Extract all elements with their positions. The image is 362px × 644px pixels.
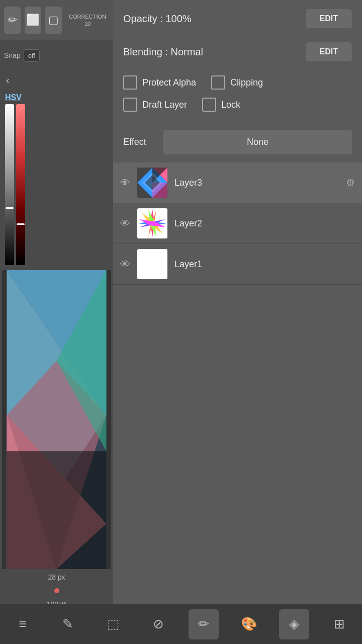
checkboxes-area: Protect Alpha Clipping Draft Layer Lock: [113, 70, 362, 125]
clipping-box[interactable]: [211, 75, 225, 90]
opacity-label: Opacity : 100%: [123, 13, 192, 25]
eye-icon-layer2[interactable]: 👁: [120, 218, 130, 229]
correction-box: CORRECTION 10: [66, 11, 109, 30]
gear-icon-layer3[interactable]: ⚙: [346, 177, 355, 189]
dot-indicator: [0, 583, 113, 598]
shape-tool-btn[interactable]: ▢: [45, 7, 62, 34]
top-toolbar: ✏ ⬜ ▢ CORRECTION 10: [0, 0, 113, 40]
eraser-tool-btn[interactable]: ⬜: [25, 7, 41, 34]
eye-icon-layer1[interactable]: 👁: [120, 259, 130, 270]
layer-item-layer2[interactable]: 👁 Layer2: [113, 203, 362, 244]
eye-icon-layer3[interactable]: 👁: [120, 177, 130, 189]
snap-area: Snap off: [0, 40, 113, 70]
protect-alpha-label: Protect Alpha: [142, 77, 196, 88]
canvas-preview: [2, 270, 111, 569]
nav-menu-button[interactable]: ≡: [8, 609, 38, 639]
effect-row: Effect None: [123, 130, 352, 154]
layer1-name: Layer1: [174, 259, 355, 270]
checkbox-row-2: Draft Layer Lock: [123, 98, 352, 112]
layer2-thumbnail: [137, 208, 167, 238]
nav-layers-button[interactable]: ◈: [279, 609, 309, 639]
protect-alpha-checkbox[interactable]: Protect Alpha: [123, 75, 196, 90]
effect-label: Effect: [123, 137, 158, 147]
hsv-label[interactable]: HSV: [5, 93, 108, 102]
lock-checkbox[interactable]: Lock: [202, 98, 240, 112]
clipping-label: Clipping: [230, 77, 263, 88]
hsv-section: HSV: [0, 90, 113, 268]
nav-brush-button[interactable]: ✏: [189, 609, 219, 639]
draft-layer-label: Draft Layer: [142, 100, 187, 110]
opacity-row: Opacity : 100% EDIT: [113, 0, 362, 37]
draft-layer-checkbox[interactable]: Draft Layer: [123, 98, 187, 112]
edit-icon: ✎: [62, 616, 73, 632]
red-slider[interactable]: [16, 104, 25, 265]
lock-box[interactable]: [202, 98, 216, 112]
palette-icon: 🎨: [241, 616, 257, 632]
nav-palette-button[interactable]: 🎨: [234, 609, 264, 639]
off-button[interactable]: off: [24, 49, 40, 62]
clipping-checkbox[interactable]: Clipping: [211, 75, 263, 90]
effect-value[interactable]: None: [163, 130, 352, 154]
svg-marker-7: [7, 451, 107, 569]
nav-select-button[interactable]: ⬚: [98, 609, 128, 639]
layer-item-layer3[interactable]: 👁 Layer3 ⚙: [113, 163, 362, 203]
blending-edit-button[interactable]: EDIT: [306, 42, 352, 61]
dot: [54, 588, 59, 593]
layer3-thumbnail: [137, 168, 167, 198]
nav-edit-button[interactable]: ✎: [53, 609, 83, 639]
layer3-name: Layer3: [174, 178, 346, 188]
nav-grid-button[interactable]: ⊞: [324, 609, 354, 639]
layer1-thumbnail: [137, 249, 167, 279]
blending-row: Blending : Normal EDIT: [113, 37, 362, 70]
snap-label: Snap: [4, 51, 21, 59]
menu-icon: ≡: [19, 616, 26, 632]
protect-alpha-box[interactable]: [123, 75, 137, 90]
layers-icon: ◈: [289, 616, 299, 632]
pencil-tool-btn[interactable]: ✏: [4, 7, 21, 34]
opacity-edit-button[interactable]: EDIT: [306, 9, 352, 28]
lock-label: Lock: [221, 100, 240, 110]
gray-slider[interactable]: [5, 104, 14, 265]
grid-icon: ⊞: [334, 616, 345, 632]
blending-label: Blending : Normal: [123, 46, 203, 58]
brush-size-label: 28 px: [0, 571, 113, 583]
back-arrow[interactable]: ‹: [0, 70, 113, 90]
layer-list: 👁 Layer3 ⚙ 👁: [113, 163, 362, 603]
left-panel: ✏ ⬜ ▢ CORRECTION 10 Snap off ‹ HSV: [0, 0, 113, 644]
draft-layer-box[interactable]: [123, 98, 137, 112]
right-panel: Opacity : 100% EDIT Blending : Normal ED…: [113, 0, 362, 644]
layer2-name: Layer2: [174, 218, 355, 229]
layer-item-layer1[interactable]: 👁 Layer1: [113, 244, 362, 285]
checkbox-row-1: Protect Alpha Clipping: [123, 75, 352, 90]
bottom-nav: ≡ ✎ ⬚ ⊘ ✏ 🎨 ◈ ⊞: [0, 604, 362, 644]
erase-icon: ⊘: [153, 616, 164, 632]
nav-erase-button[interactable]: ⊘: [143, 609, 173, 639]
color-sliders: [5, 104, 108, 265]
brush-icon: ✏: [198, 616, 209, 632]
select-icon: ⬚: [107, 616, 120, 632]
